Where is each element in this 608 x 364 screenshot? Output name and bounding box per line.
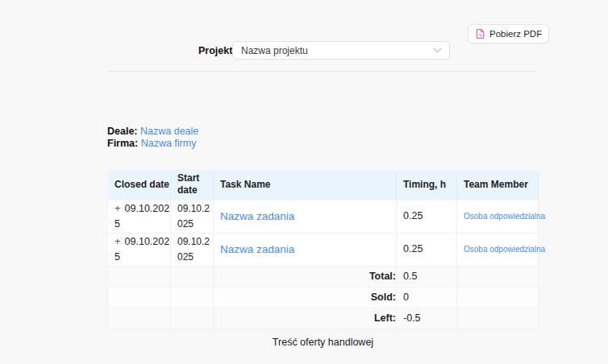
sold-value: 0 xyxy=(397,287,457,308)
start-date-cell: 09.10.2025 xyxy=(171,233,214,266)
tasks-table: Closed date Start date Task Name Timing,… xyxy=(107,170,539,329)
closed-date-value: 09.10.2025 xyxy=(115,236,169,263)
sold-label: Sold: xyxy=(214,287,397,308)
summary-row-sold: Sold: 0 xyxy=(108,287,539,308)
project-select[interactable]: Nazwa projektu xyxy=(232,41,450,60)
deal-line: Deale: Nazwa deale xyxy=(107,126,198,138)
timing-cell: 0.25 xyxy=(397,233,457,266)
team-member-link[interactable]: Osoba odpowiedzialna xyxy=(464,212,545,221)
task-name-cell: Nazwa zadania xyxy=(214,200,397,233)
empty-cell xyxy=(171,266,214,287)
col-header-task-name: Task Name xyxy=(214,170,397,200)
deal-label: Deale: xyxy=(107,126,138,137)
left-label: Left: xyxy=(214,308,397,329)
team-member-link[interactable]: Osoba odpowiedzialna xyxy=(464,245,545,254)
download-pdf-button[interactable]: Pobierz PDF xyxy=(468,24,549,43)
col-header-team-member: Team Member xyxy=(457,170,539,200)
empty-cell xyxy=(108,308,171,329)
team-member-cell: Osoba odpowiedzialna xyxy=(457,200,539,233)
header-divider xyxy=(107,71,539,72)
empty-cell xyxy=(457,308,539,329)
task-link[interactable]: Nazwa zadania xyxy=(220,243,294,255)
empty-cell xyxy=(108,266,171,287)
start-date-cell: 09.10.2025 xyxy=(171,200,214,233)
empty-cell xyxy=(171,287,214,308)
total-label: Total: xyxy=(214,266,397,287)
deal-info-block: Deale: Nazwa deale Firma: Nazwa firmy xyxy=(107,126,198,150)
team-member-cell: Osoba odpowiedzialna xyxy=(457,233,539,266)
table-row: +09.10.2025 09.10.2025 Nazwa zadania 0.2… xyxy=(108,233,539,266)
summary-row-total: Total: 0.5 xyxy=(108,266,539,287)
closed-date-value: 09.10.2025 xyxy=(115,203,169,230)
empty-cell xyxy=(108,287,171,308)
task-name-cell: Nazwa zadania xyxy=(214,233,397,266)
expand-row-icon[interactable]: + xyxy=(115,234,121,249)
company-link[interactable]: Nazwa firmy xyxy=(141,138,197,149)
empty-cell xyxy=(457,287,539,308)
download-pdf-label: Pobierz PDF xyxy=(489,29,542,39)
company-line: Firma: Nazwa firmy xyxy=(107,138,198,150)
total-value: 0.5 xyxy=(397,266,457,287)
left-value: -0.5 xyxy=(397,308,457,329)
empty-cell xyxy=(457,266,539,287)
col-header-closed-date: Closed date xyxy=(108,170,171,200)
timing-cell: 0.25 xyxy=(397,200,457,233)
project-select-value: Nazwa projektu xyxy=(241,45,308,56)
chevron-down-icon xyxy=(433,48,442,53)
deal-link[interactable]: Nazwa deale xyxy=(140,126,198,137)
summary-row-left: Left: -0.5 xyxy=(108,308,539,329)
offer-content-note: Treść oferty handlowej xyxy=(107,337,539,348)
empty-cell xyxy=(171,308,214,329)
closed-date-cell: +09.10.2025 xyxy=(108,233,171,266)
table-row: +09.10.2025 09.10.2025 Nazwa zadania 0.2… xyxy=(108,200,539,233)
company-label: Firma: xyxy=(107,138,138,149)
expand-row-icon[interactable]: + xyxy=(115,201,121,216)
closed-date-cell: +09.10.2025 xyxy=(108,200,171,233)
task-link[interactable]: Nazwa zadania xyxy=(220,210,294,222)
table-header-row: Closed date Start date Task Name Timing,… xyxy=(108,170,539,200)
pdf-file-icon xyxy=(475,28,485,39)
col-header-timing: Timing, h xyxy=(397,170,457,200)
col-header-start-date: Start date xyxy=(171,170,214,200)
report-page: Pobierz PDF Projekty: Nazwa projektu Dea… xyxy=(0,0,608,364)
